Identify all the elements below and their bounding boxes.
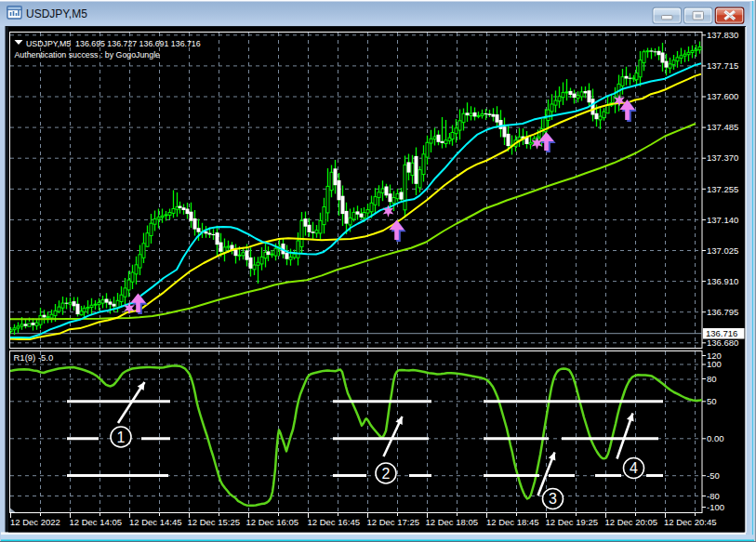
svg-text:1: 1	[117, 430, 126, 445]
svg-text:137.370: 137.370	[707, 152, 738, 163]
svg-text:12 Dec 19:25: 12 Dec 19:25	[546, 517, 599, 527]
svg-text:136.716: 136.716	[706, 328, 737, 338]
svg-text:3: 3	[549, 491, 557, 507]
svg-text:12 Dec 14:45: 12 Dec 14:45	[129, 517, 182, 527]
svg-text:R1(9) -5.0: R1(9) -5.0	[14, 352, 54, 363]
svg-text:137.485: 137.485	[707, 122, 738, 132]
svg-text:137.715: 137.715	[707, 60, 738, 71]
svg-text:4: 4	[630, 460, 638, 476]
svg-text:137.140: 137.140	[707, 215, 738, 225]
svg-text:12 Dec 20:45: 12 Dec 20:45	[664, 517, 717, 527]
svg-text:12 Dec 16:45: 12 Dec 16:45	[308, 517, 361, 527]
svg-text:-50: -50	[707, 470, 720, 481]
svg-text:USDJPY,M5 136.695 136.727 136: USDJPY,M5 136.695 136.727 136.691 136.71…	[26, 39, 201, 48]
svg-text:80: 80	[707, 374, 717, 384]
svg-text:12 Dec 20:05: 12 Dec 20:05	[605, 517, 658, 527]
svg-text:137.255: 137.255	[707, 184, 738, 194]
svg-text:2: 2	[382, 466, 391, 482]
svg-text:USDJPY,M5: USDJPY,M5	[26, 7, 87, 20]
svg-text:12 Dec 14:05: 12 Dec 14:05	[70, 517, 123, 527]
svg-text:136.680: 136.680	[707, 337, 738, 348]
svg-text:-80: -80	[707, 491, 720, 501]
svg-text:0.00: 0.00	[707, 433, 724, 443]
svg-text:137.025: 137.025	[707, 245, 738, 256]
svg-text:12 Dec 18:45: 12 Dec 18:45	[486, 517, 539, 527]
svg-text:137.830: 137.830	[707, 30, 738, 40]
svg-text:136.795: 136.795	[707, 307, 738, 317]
svg-text:12 Dec 17:25: 12 Dec 17:25	[367, 517, 420, 527]
svg-text:12 Dec 18:05: 12 Dec 18:05	[426, 517, 479, 527]
svg-text:-100: -100	[707, 502, 724, 512]
svg-text:12 Dec 15:25: 12 Dec 15:25	[188, 517, 241, 527]
svg-text:12 Dec 16:05: 12 Dec 16:05	[246, 517, 299, 527]
svg-text:136.910: 136.910	[707, 276, 738, 286]
svg-text:137.600: 137.600	[707, 91, 738, 101]
svg-text:12 Dec 2022: 12 Dec 2022	[10, 517, 60, 527]
svg-text:Authentication success : by Go: Authentication success : by GogoJungle	[15, 50, 161, 59]
svg-text:50: 50	[707, 396, 717, 406]
svg-text:100: 100	[707, 359, 722, 369]
